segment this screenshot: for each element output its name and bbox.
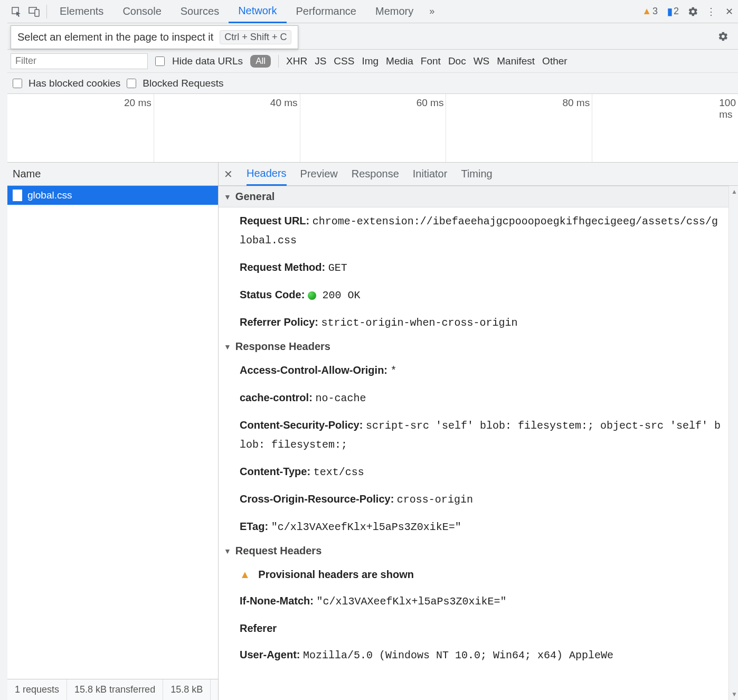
svg-rect-2: [35, 10, 39, 16]
warning-count: 3: [652, 6, 658, 17]
more-tabs-icon[interactable]: »: [423, 0, 441, 23]
tab-console[interactable]: Console: [113, 0, 171, 23]
timeline-tick: 80 ms: [562, 97, 592, 109]
divider: [278, 55, 279, 68]
inspect-icon[interactable]: [7, 0, 25, 23]
warning-icon[interactable]: ▲: [642, 6, 651, 17]
resp-csp: Content-Security-Policy: script-src 'sel…: [219, 412, 728, 458]
filter-input[interactable]: [11, 53, 148, 69]
section-title: Request Headers: [235, 545, 321, 557]
section-response-headers[interactable]: ▼ Response Headers: [219, 336, 728, 357]
device-toggle-icon[interactable]: [25, 0, 43, 23]
request-name: global.css: [27, 190, 72, 201]
file-icon: [13, 190, 22, 201]
filter-media[interactable]: Media: [386, 55, 413, 67]
filter-ws[interactable]: WS: [474, 55, 490, 67]
tab-network[interactable]: Network: [229, 0, 286, 23]
tab-elements[interactable]: Elements: [50, 0, 113, 23]
timeline-tick: 40 ms: [270, 97, 300, 109]
blocked-cookies-checkbox[interactable]: [13, 79, 22, 88]
status-bar: 1 requests 15.8 kB transferred 15.8 kB: [7, 679, 218, 700]
info-icon[interactable]: ▮: [667, 6, 673, 17]
status-requests: 1 requests: [7, 679, 67, 700]
request-list-pane: Name global.css 1 requests 15.8 kB trans…: [7, 163, 219, 700]
resp-etag: ETag: "c/xl3VAXeefKlx+l5aPs3Z0xikE=": [219, 513, 728, 541]
devtools-tabbar: Elements Console Sources Network Perform…: [7, 0, 738, 23]
vertical-scrollbar[interactable]: ▲ ▼: [728, 186, 738, 700]
blocked-requests-checkbox[interactable]: [127, 79, 136, 88]
status-resources: 15.8 kB: [163, 679, 211, 700]
general-request-url: Request URL: chrome-extension://ibefaeeh…: [219, 207, 728, 254]
hide-data-urls-checkbox[interactable]: [155, 56, 165, 66]
section-general[interactable]: ▼ General: [219, 186, 728, 207]
general-referrer-policy: Referrer Policy: strict-origin-when-cros…: [219, 309, 728, 336]
section-request-headers[interactable]: ▼ Request Headers: [219, 541, 728, 561]
close-detail-icon[interactable]: ✕: [224, 168, 233, 181]
kebab-menu-icon[interactable]: ⋮: [702, 0, 720, 23]
resp-corp: Cross-Origin-Resource-Policy: cross-orig…: [219, 486, 728, 513]
detail-tab-headers[interactable]: Headers: [247, 163, 287, 186]
collapse-icon: ▼: [224, 547, 231, 555]
tooltip-text: Select an element in the page to inspect…: [17, 31, 213, 43]
general-request-method: Request Method: GET: [219, 254, 728, 281]
timeline-tick: 100 ms: [719, 97, 738, 120]
filter-doc[interactable]: Doc: [448, 55, 466, 67]
blocked-cookies-label: Has blocked cookies: [29, 78, 120, 89]
provisional-warning: ▲ Provisional headers are shown: [219, 561, 728, 588]
detail-tabbar: ✕ Headers Preview Response Initiator Tim…: [219, 163, 738, 186]
resp-acao: Access-Control-Allow-Origin: *: [219, 357, 728, 384]
collapse-icon: ▼: [224, 343, 231, 351]
resp-cache: cache-control: no-cache: [219, 384, 728, 412]
filter-other[interactable]: Other: [542, 55, 567, 67]
filter-img[interactable]: Img: [362, 55, 379, 67]
timeline-overview[interactable]: 20 ms 40 ms 60 ms 80 ms 100 ms: [7, 94, 738, 163]
hide-data-urls-label: Hide data URLs: [172, 55, 243, 67]
tooltip-shortcut: Ctrl + Shift + C: [220, 30, 291, 44]
request-detail-pane: ✕ Headers Preview Response Initiator Tim…: [219, 163, 738, 700]
req-referer: Referer: [219, 615, 728, 641]
scroll-down-icon[interactable]: ▼: [731, 690, 737, 698]
status-ok-icon: [308, 291, 316, 300]
blocked-requests-label: Blocked Requests: [143, 78, 223, 89]
filter-css[interactable]: CSS: [334, 55, 354, 67]
req-user-agent: User-Agent: Mozilla/5.0 (Windows NT 10.0…: [219, 641, 728, 669]
detail-tab-response[interactable]: Response: [352, 163, 399, 186]
detail-tab-timing[interactable]: Timing: [461, 163, 492, 186]
filter-xhr[interactable]: XHR: [286, 55, 307, 67]
filter-bar-2: Has blocked cookies Blocked Requests: [7, 73, 738, 94]
inspect-tooltip: Select an element in the page to inspect…: [11, 25, 298, 49]
filter-manifest[interactable]: Manifest: [497, 55, 535, 67]
tab-performance[interactable]: Performance: [287, 0, 366, 23]
warning-icon: ▲: [240, 569, 250, 580]
general-status-code: Status Code: 200 OK: [219, 281, 728, 309]
timeline-tick: 20 ms: [124, 97, 154, 109]
status-transferred: 15.8 kB transferred: [67, 679, 163, 700]
settings-icon[interactable]: [684, 0, 702, 23]
tab-sources[interactable]: Sources: [171, 0, 229, 23]
scroll-up-icon[interactable]: ▲: [731, 188, 737, 195]
collapse-icon: ▼: [224, 193, 231, 201]
filter-all-pill[interactable]: All: [250, 55, 271, 68]
filter-font[interactable]: Font: [421, 55, 441, 67]
section-title: General: [235, 191, 275, 203]
resp-ctype: Content-Type: text/css: [219, 458, 728, 486]
detail-tab-initiator[interactable]: Initiator: [413, 163, 448, 186]
timeline-tick: 60 ms: [417, 97, 446, 109]
close-devtools-icon[interactable]: ✕: [720, 0, 738, 23]
filter-js[interactable]: JS: [315, 55, 326, 67]
info-count: 2: [674, 6, 679, 17]
column-header-name[interactable]: Name: [7, 163, 218, 186]
req-if-none-match: If-None-Match: "c/xl3VAXeefKlx+l5aPs3Z0x…: [219, 588, 728, 615]
network-settings-icon[interactable]: [712, 31, 735, 42]
detail-tab-preview[interactable]: Preview: [300, 163, 338, 186]
filter-bar: Hide data URLs All XHR JS CSS Img Media …: [7, 50, 738, 73]
section-title: Response Headers: [235, 340, 330, 353]
request-row[interactable]: global.css: [7, 186, 218, 205]
tab-memory[interactable]: Memory: [366, 0, 423, 23]
